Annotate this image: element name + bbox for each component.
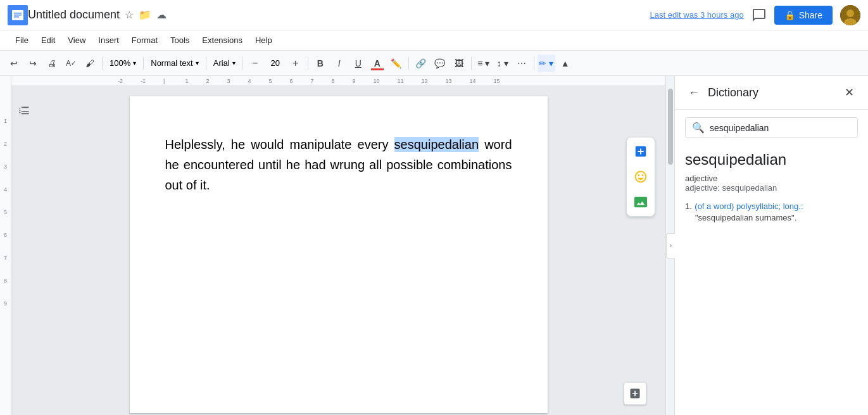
more-options-button[interactable]: ⋯ bbox=[513, 54, 531, 72]
editing-mode-button[interactable]: ✏ ▾ bbox=[538, 54, 555, 72]
title-icons: ☆ 📁 ☁ bbox=[125, 9, 167, 21]
doc-icon bbox=[8, 5, 28, 25]
panel-collapse-button[interactable]: › bbox=[666, 233, 675, 259]
user-avatar[interactable] bbox=[840, 5, 860, 25]
text-style-selector[interactable]: Normal text ▾ bbox=[147, 54, 202, 72]
collapse-toolbar-button[interactable]: ▲ bbox=[557, 54, 574, 72]
svg-rect-3 bbox=[14, 15, 22, 16]
font-size-decrease[interactable]: − bbox=[246, 54, 264, 72]
font-size-increase[interactable]: + bbox=[287, 54, 305, 72]
dictionary-title: Dictionary bbox=[708, 86, 835, 99]
highlight-button[interactable]: ✏️ bbox=[387, 54, 405, 72]
ruler-6: 6 bbox=[289, 78, 292, 84]
top-ruler: -2 -1 | 1 2 3 4 5 6 7 8 9 10 11 12 13 14… bbox=[11, 76, 665, 86]
underline-button[interactable]: U bbox=[349, 54, 367, 72]
ruler-12: 12 bbox=[422, 78, 428, 84]
style-chevron: ▾ bbox=[196, 60, 199, 67]
share-button[interactable]: 🔒 Share bbox=[774, 6, 833, 25]
zoom-selector[interactable]: 100% ▾ bbox=[106, 54, 140, 72]
svg-rect-2 bbox=[14, 13, 22, 14]
line-spacing-button[interactable]: ↕ ▾ bbox=[494, 54, 512, 72]
lock-icon: 🔒 bbox=[784, 10, 795, 20]
ruler-0: | bbox=[163, 78, 165, 84]
floating-toolbar bbox=[626, 137, 655, 217]
separator-7 bbox=[471, 57, 472, 70]
top-bar: Untitled document ☆ 📁 ☁ Last edit was 3 … bbox=[0, 0, 868, 30]
text-style-value: Normal text bbox=[151, 58, 192, 68]
ruler-mark-5: 5 bbox=[4, 209, 7, 232]
align-button[interactable]: ≡ ▾ bbox=[475, 54, 493, 72]
text-color-button[interactable]: A bbox=[368, 54, 386, 72]
separator-5 bbox=[308, 57, 308, 70]
last-edit-label[interactable]: Last edit was 3 hours ago bbox=[650, 10, 743, 20]
document-text: Helplessly, he would manipulate every se… bbox=[165, 134, 512, 195]
dictionary-panel: ← Dictionary ✕ 🔍 sesquipedalian adjectiv… bbox=[674, 76, 868, 415]
dictionary-pos: adjective bbox=[685, 174, 858, 183]
ruler-mark-8: 8 bbox=[4, 278, 7, 300]
undo-button[interactable]: ↩ bbox=[5, 54, 23, 72]
float-add-button[interactable] bbox=[629, 140, 652, 163]
star-icon[interactable]: ☆ bbox=[125, 9, 134, 21]
ruler-neg1: -1 bbox=[141, 78, 146, 84]
ruler-15: 15 bbox=[494, 78, 500, 84]
svg-rect-4 bbox=[14, 16, 19, 18]
folder-icon[interactable]: 📁 bbox=[139, 9, 151, 21]
menu-extensions[interactable]: Extensions bbox=[197, 33, 248, 48]
ruler-1: 1 bbox=[185, 78, 188, 84]
dictionary-def-text: (of a word) polysyllabic; long.: bbox=[695, 201, 803, 211]
ruler-2: 2 bbox=[206, 78, 209, 84]
dictionary-search-input[interactable] bbox=[710, 123, 851, 133]
paint-format-button[interactable]: 🖌 bbox=[81, 54, 99, 72]
dictionary-back-button[interactable]: ← bbox=[685, 84, 703, 101]
bottom-add-button[interactable] bbox=[624, 382, 646, 405]
font-size-value[interactable]: 20 bbox=[265, 58, 286, 68]
menu-edit[interactable]: Edit bbox=[36, 33, 60, 48]
ruler-13: 13 bbox=[446, 78, 452, 84]
cloud-icon[interactable]: ☁ bbox=[156, 9, 167, 21]
font-selector[interactable]: Arial ▾ bbox=[210, 54, 239, 72]
ruler-mark-1: 1 bbox=[4, 118, 7, 141]
font-value: Arial bbox=[213, 58, 230, 68]
italic-button[interactable]: I bbox=[330, 54, 348, 72]
dictionary-def-number: 1. bbox=[685, 201, 692, 211]
text-before: Helplessly, he would manipulate every bbox=[165, 137, 394, 151]
float-image-button[interactable] bbox=[629, 191, 652, 214]
image-button[interactable]: 🖼 bbox=[450, 54, 468, 72]
spellcheck-button[interactable]: A✓ bbox=[62, 54, 80, 72]
zoom-value: 100% bbox=[110, 58, 130, 68]
ruler-mark-2: 2 bbox=[4, 141, 7, 163]
zoom-chevron: ▾ bbox=[133, 60, 136, 67]
document-page[interactable]: Helplessly, he would manipulate every se… bbox=[130, 96, 548, 413]
menu-insert[interactable]: Insert bbox=[93, 33, 124, 48]
menu-tools[interactable]: Tools bbox=[165, 33, 194, 48]
ruler-7: 7 bbox=[310, 78, 313, 84]
ruler-5: 5 bbox=[268, 78, 272, 84]
float-emoji-button[interactable] bbox=[629, 165, 652, 188]
menu-file[interactable]: File bbox=[10, 33, 34, 48]
dictionary-search-area: 🔍 bbox=[685, 117, 858, 138]
menu-help[interactable]: Help bbox=[250, 33, 277, 48]
search-icon: 🔍 bbox=[692, 122, 705, 134]
print-button[interactable]: 🖨 bbox=[43, 54, 61, 72]
top-right-actions: Last edit was 3 hours ago 🔒 Share bbox=[650, 5, 860, 25]
ruler-mark-9: 9 bbox=[4, 300, 7, 323]
ruler-mark-7: 7 bbox=[4, 255, 7, 278]
menu-view[interactable]: View bbox=[63, 33, 91, 48]
ruler-14: 14 bbox=[470, 78, 476, 84]
bold-button[interactable]: B bbox=[311, 54, 329, 72]
scroll-thumb[interactable] bbox=[668, 89, 673, 165]
dictionary-definition: 1. (of a word) polysyllabic; long.: "ses… bbox=[685, 200, 858, 222]
chat-icon[interactable] bbox=[752, 8, 767, 23]
ruler-11: 11 bbox=[398, 78, 404, 84]
separator-3 bbox=[206, 57, 206, 70]
outline-button[interactable] bbox=[14, 101, 34, 122]
link-button[interactable]: 🔗 bbox=[412, 54, 430, 72]
dictionary-close-button[interactable]: ✕ bbox=[840, 84, 858, 101]
redo-button[interactable]: ↪ bbox=[24, 54, 42, 72]
comment-button[interactable]: 💬 bbox=[431, 54, 449, 72]
document-title[interactable]: Untitled document bbox=[28, 8, 120, 22]
font-size-control: − 20 + bbox=[246, 54, 305, 72]
dictionary-word: sesquipedalian bbox=[685, 151, 858, 169]
toolbar: ↩ ↪ 🖨 A✓ 🖌 100% ▾ Normal text ▾ Arial ▾ … bbox=[0, 51, 868, 76]
menu-format[interactable]: Format bbox=[127, 33, 163, 48]
